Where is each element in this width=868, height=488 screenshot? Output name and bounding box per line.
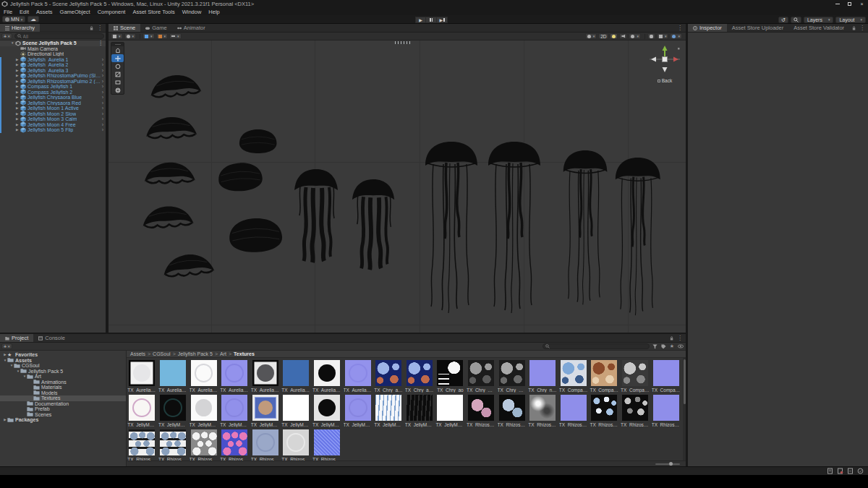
menu-asset-store-tools[interactable]: Asset Store Tools (129, 8, 178, 15)
texture-asset[interactable]: TX_Aurelia_... (312, 358, 343, 393)
progress-circle-icon[interactable] (857, 468, 864, 474)
hierarchy-item[interactable]: ▶Jellyfish_Aurelia 3› (0, 68, 106, 74)
search-by-type-button[interactable] (651, 343, 658, 349)
hierarchy-item[interactable]: ▶Jellyfish Chrysaora Blue› (0, 95, 106, 100)
project-tree-item[interactable]: ▶Packages (0, 417, 126, 423)
menu-assets[interactable]: Assets (33, 8, 56, 15)
prefab-open-arrow[interactable]: › (102, 116, 106, 121)
project-tree-item[interactable]: ▶★Favorites (0, 352, 126, 358)
tab-project[interactable]: Project (0, 334, 33, 342)
project-tree-item[interactable]: Animations (0, 380, 126, 385)
layers-dropdown[interactable]: Layers▾ (804, 17, 834, 23)
project-tree-item[interactable]: Prefab (0, 406, 126, 412)
console-log-icon[interactable] (847, 468, 854, 474)
texture-asset[interactable]: TX_Chry_alb... (404, 358, 435, 393)
hierarchy-item[interactable]: ▶Jellyfish Moon 1 Active› (0, 106, 106, 111)
texture-asset[interactable]: TX_JellyMoo... (435, 393, 466, 427)
gizmo-down-cone[interactable] (663, 67, 668, 72)
project-tree-item[interactable]: Textures (0, 395, 126, 401)
gizmo-center-cube[interactable] (663, 57, 668, 62)
scene-viewport[interactable]: Back (109, 40, 686, 333)
tool-settings-dropdown[interactable]: ▾ (111, 33, 123, 39)
project-tree-item[interactable]: Materials (0, 385, 126, 390)
texture-asset[interactable]: TX_JellyMoo... (250, 393, 281, 427)
texture-asset[interactable]: TX_JellyMoo... (373, 393, 404, 427)
tab-game[interactable]: Game (140, 24, 171, 32)
gizmo-x-cone[interactable] (673, 57, 678, 62)
gizmo-view-label[interactable]: Back (648, 78, 681, 83)
audio-toggle[interactable] (619, 33, 627, 39)
texture-asset[interactable]: TX_JellyMoo... (219, 393, 250, 427)
tab-hierarchy[interactable]: Hierarchy (0, 24, 40, 32)
hierarchy-item[interactable]: ▶Jellyfish Moon 3 Calm› (0, 116, 106, 122)
lock-icon[interactable] (852, 26, 856, 30)
menu-help[interactable]: Help (205, 8, 223, 15)
pivot-dropdown[interactable]: ▾ (124, 33, 137, 39)
texture-asset[interactable]: TX_Chry_ao (435, 358, 466, 393)
hierarchy-item[interactable]: ▶Compass Jellyfish 2› (0, 90, 106, 95)
menu-gameobject[interactable]: GameObject (56, 8, 94, 15)
search-button[interactable] (791, 17, 801, 23)
prefab-open-arrow[interactable]: › (102, 111, 106, 116)
panel-menu-icon[interactable]: ⋮ (677, 335, 683, 341)
menu-edit[interactable]: Edit (16, 8, 33, 15)
play-button[interactable]: ▶ (415, 17, 426, 23)
layout-dropdown[interactable]: Layout▾ (835, 17, 866, 23)
prefab-open-arrow[interactable]: › (102, 73, 106, 78)
account-button[interactable]: MN ▾ (2, 16, 25, 22)
panel-menu-icon[interactable]: ⋮ (677, 25, 683, 31)
project-tree-item[interactable]: Documentation (0, 401, 126, 407)
texture-asset[interactable]: TX_Chry_no... (527, 358, 558, 393)
effects-dropdown[interactable]: ▾ (629, 33, 641, 39)
texture-asset[interactable]: TX_Rhizosto... (527, 393, 558, 427)
lock-icon[interactable] (670, 336, 674, 341)
panel-menu-icon[interactable]: ⋮ (97, 25, 103, 31)
console-warning-icon[interactable] (837, 468, 843, 474)
texture-asset[interactable]: TX_Rhizosto... (466, 393, 497, 427)
project-searchbox[interactable] (542, 343, 650, 349)
prefab-open-arrow[interactable]: › (102, 79, 106, 84)
hierarchy-item[interactable]: ▶Jellyfish Moon 2 Slow› (0, 111, 106, 117)
save-search-button[interactable]: ★ (668, 343, 676, 349)
menu-component[interactable]: Component (94, 8, 129, 15)
texture-asset[interactable]: TX_JellyMoo... (127, 393, 158, 427)
texture-asset[interactable]: TX_Aurelia_I... (158, 358, 189, 393)
rect-tool-button[interactable] (111, 78, 124, 86)
hierarchy-item[interactable]: ▶Compass Jellyfish 1› (0, 84, 106, 90)
lock-icon[interactable] (90, 26, 94, 30)
hidden-packages-toggle[interactable] (677, 343, 684, 349)
gizmo-left-cone[interactable] (651, 57, 656, 62)
breadcrumb-item[interactable]: Art (220, 351, 226, 356)
tab-console[interactable]: Console (33, 334, 70, 342)
prefab-open-arrow[interactable]: › (102, 100, 106, 106)
texture-asset[interactable]: TX_Rhizosto... (250, 427, 281, 462)
tab-animator[interactable]: Animator (172, 24, 210, 32)
texture-asset[interactable]: TX_JellyMoo... (342, 393, 373, 427)
texture-asset[interactable]: TX_Rhizosto... (589, 393, 620, 427)
breadcrumb-item[interactable]: Assets (130, 351, 145, 356)
texture-asset[interactable]: TX_Aurelia_I... (188, 358, 219, 393)
prefab-open-arrow[interactable]: › (102, 62, 106, 67)
tab-inspector[interactable]: Inspector (688, 24, 727, 32)
texture-asset[interactable]: TX_Aurelia_... (250, 358, 281, 393)
minimize-button[interactable] (831, 0, 843, 8)
undo-history-button[interactable]: ↺ (778, 17, 788, 23)
create-asset-button[interactable]: +▾ (1, 343, 12, 349)
hierarchy-item[interactable]: ▶Jellyfish RhizostomaPulmo 2 (Norm)› (0, 79, 106, 85)
hierarchy-item[interactable]: ▶Jellyfish_Aurelia 1› (0, 57, 106, 63)
hierarchy-item[interactable]: ▶Jellyfish RhizostomaPulmo (Slow)› (0, 73, 106, 79)
texture-asset[interactable]: TX_Rhizosto... (312, 427, 343, 462)
texture-asset[interactable]: TX_JellyMoo... (404, 393, 435, 427)
texture-asset[interactable]: TX_Rhizosto... (219, 427, 250, 462)
measure-dropdown[interactable]: ▾ (169, 33, 182, 39)
texture-asset[interactable]: TX_Rhizosto... (496, 393, 527, 427)
texture-asset[interactable]: TX_Rhizosto... (281, 427, 312, 462)
texture-asset[interactable]: TX_Rhizosto... (620, 393, 651, 427)
hierarchy-item[interactable]: ▼Scene Jellyfish Pack 5⋮ (0, 40, 106, 46)
texture-asset[interactable]: TX_Rhizosto... (558, 393, 590, 427)
tab-asset-store-validator[interactable]: Asset Store Validator (788, 24, 849, 32)
texture-asset[interactable]: TX_Rhizosto... (650, 393, 681, 427)
hierarchy-search-input[interactable] (23, 34, 101, 39)
project-tree-item[interactable]: Scenes (0, 412, 126, 418)
pause-button[interactable] (426, 17, 437, 23)
